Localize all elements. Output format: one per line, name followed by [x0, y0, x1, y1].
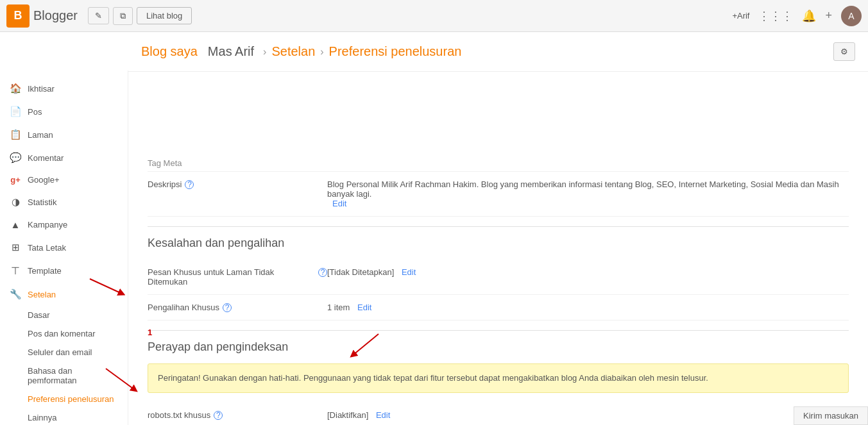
- sidebar-label-setelan: Setelan: [28, 290, 56, 299]
- setelan-link[interactable]: Setelan: [271, 44, 315, 59]
- annotation-1: 1: [148, 328, 152, 337]
- sidebar-label-laman: Laman: [28, 130, 53, 140]
- kirim-masukan-button[interactable]: Kirim masukan: [794, 406, 868, 425]
- pesan-khusus-help-icon[interactable]: ?: [318, 268, 327, 277]
- sidebar-label-tata-letak: Tata Letak: [28, 243, 66, 253]
- kampanye-icon: ▲: [10, 219, 21, 230]
- sidebar-sub-bahasa-pemformatan[interactable]: Bahasa dan pemformatan: [0, 362, 128, 390]
- current-page-label: Preferensi penelusuran: [329, 44, 462, 59]
- statistik-icon: ◑: [10, 196, 21, 208]
- grid-icon[interactable]: ⋮⋮⋮: [758, 9, 793, 23]
- sidebar-item-ikhtisar[interactable]: 🏠 Ikhtisar: [0, 77, 128, 100]
- perayap-section: 1 Perayap dan pengindeksan: [148, 340, 849, 354]
- pos-icon: 📄: [10, 106, 21, 117]
- pengalihan-help-icon[interactable]: ?: [223, 303, 232, 312]
- deskripsi-help-icon[interactable]: ?: [185, 180, 194, 189]
- lihat-blog-button[interactable]: Lihat blog: [137, 7, 192, 24]
- sidebar-item-laman[interactable]: 📋 Laman: [0, 123, 128, 146]
- pengalihan-row: Pengalihan Khusus ? 1 item Edit: [148, 295, 849, 321]
- deskripsi-label-text: Deskripsi: [148, 179, 182, 189]
- robots-text: [Diaktifkan]: [327, 410, 368, 420]
- komentar-icon: 💬: [10, 152, 21, 163]
- sidebar-label-statistik: Statistik: [28, 197, 57, 207]
- divider-2: [148, 330, 849, 331]
- pesan-khusus-text: [Tidak Ditetapkan]: [327, 267, 394, 277]
- sidebar-label-komentar: Komentar: [28, 153, 64, 163]
- sidebar-sub-preferensi-penelusuran[interactable]: Preferensi penelusuran: [0, 390, 128, 408]
- blog-name: Mas Arif: [208, 44, 254, 59]
- deskripsi-edit-link[interactable]: Edit: [332, 199, 346, 208]
- sidebar-item-komentar[interactable]: 💬 Komentar: [0, 146, 128, 169]
- deskripsi-row: Deskripsi ? Blog Personal Milik Arif Rac…: [148, 172, 849, 217]
- pengalihan-edit-link[interactable]: Edit: [357, 303, 371, 312]
- gplus-icon: g+: [10, 175, 21, 185]
- breadcrumb-arrow2: ›: [320, 46, 323, 58]
- pengalihan-text: 1 item: [327, 303, 350, 312]
- perayap-section-title: Perayap dan pengindeksan: [148, 340, 849, 354]
- sidebar-item-pos[interactable]: 📄 Pos: [0, 100, 128, 123]
- avatar[interactable]: A: [841, 6, 862, 26]
- deskripsi-value: Blog Personal Milik Arif Rachman Hakim. …: [327, 179, 849, 208]
- pengalihan-label: Pengalihan Khusus ?: [148, 303, 327, 312]
- navbar: B Blogger ✎ ⧉ Lihat blog +Arif ⋮⋮⋮ 🔔 + A: [0, 0, 868, 32]
- sidebar-label-template: Template: [28, 266, 62, 276]
- laman-icon: 📋: [10, 129, 21, 140]
- plus-icon[interactable]: +: [825, 9, 832, 22]
- sidebar-item-google-plus[interactable]: g+ Google+: [0, 169, 128, 190]
- pengalihan-label-text: Pengalihan Khusus: [148, 303, 219, 312]
- blogger-logo[interactable]: B Blogger: [6, 4, 78, 28]
- pengalihan-value: 1 item Edit: [327, 303, 371, 312]
- breadcrumb: Blog saya Mas Arif › Setelan › Preferens…: [0, 32, 868, 72]
- sidebar-label-google-plus: Google+: [28, 175, 60, 185]
- robots-edit-link[interactable]: Edit: [376, 410, 390, 420]
- sidebar-sub-lainnya[interactable]: Lainnya: [0, 408, 128, 425]
- sidebar-item-setelan[interactable]: 🔧 Setelan: [0, 283, 128, 306]
- bell-icon[interactable]: 🔔: [802, 9, 816, 23]
- blog-saya-link[interactable]: Blog saya: [141, 44, 198, 59]
- pesan-khusus-edit-link[interactable]: Edit: [402, 267, 416, 277]
- robots-label: robots.txt khusus ?: [148, 410, 327, 420]
- sidebar-item-template[interactable]: ⊤ Template: [0, 259, 128, 283]
- deskripsi-text: Blog Personal Milik Arif Rachman Hakim. …: [327, 179, 849, 199]
- robots-value: [Diaktifkan] Edit: [327, 410, 390, 420]
- blogger-icon: B: [6, 4, 30, 28]
- navbar-right: +Arif ⋮⋮⋮ 🔔 + A: [732, 6, 862, 26]
- main-content: Tag Meta Deskripsi ? Blog Personal Milik…: [128, 142, 868, 425]
- pesan-khusus-row: Pesan Khusus untuk Laman Tidak Ditemukan…: [148, 260, 849, 295]
- sidebar-sub-dasar[interactable]: Dasar: [0, 306, 128, 324]
- gear-settings-button[interactable]: ⚙: [833, 42, 855, 61]
- robots-help-icon[interactable]: ?: [214, 411, 223, 420]
- sidebar-label-pos: Pos: [28, 107, 42, 117]
- pesan-khusus-value: [Tidak Ditetapkan] Edit: [327, 267, 416, 277]
- home-icon: 🏠: [10, 83, 21, 94]
- sidebar-label-ikhtisar: Ikhtisar: [28, 84, 55, 94]
- setelan-icon: 🔧: [10, 288, 21, 300]
- sidebar-item-kampanye[interactable]: ▲ Kampanye: [0, 213, 128, 236]
- sidebar-item-statistik[interactable]: ◑ Statistik: [0, 190, 128, 213]
- pesan-khusus-label: Pesan Khusus untuk Laman Tidak Ditemukan…: [148, 267, 327, 287]
- edit-button[interactable]: ✎: [88, 7, 109, 24]
- robots-row: robots.txt khusus ? [Diaktifkan] Edit: [148, 403, 849, 426]
- blogger-title: Blogger: [33, 8, 78, 23]
- sidebar-item-tata-letak[interactable]: ⊞ Tata Letak: [0, 236, 128, 259]
- sidebar-sub-seluler-email[interactable]: Seluler dan email: [0, 343, 128, 362]
- layout: 🏠 Ikhtisar 📄 Pos 📋 Laman 💬 Komentar g+ G…: [0, 72, 868, 425]
- copy-button[interactable]: ⧉: [113, 7, 133, 25]
- tag-meta-partial: Tag Meta: [148, 155, 849, 172]
- pesan-khusus-label-text: Pesan Khusus untuk Laman Tidak Ditemukan: [148, 267, 315, 287]
- deskripsi-label: Deskripsi ?: [148, 179, 327, 189]
- divider-1: [148, 226, 849, 227]
- warning-box: Peringatan! Gunakan dengan hati-hati. Pe…: [148, 363, 849, 393]
- kesalahan-section-title: Kesalahan dan pengalihan: [148, 237, 849, 250]
- sidebar-sub-pos-komentar[interactable]: Pos dan komentar: [0, 324, 128, 343]
- tataletak-icon: ⊞: [10, 242, 21, 253]
- sidebar-label-kampanye: Kampanye: [28, 220, 67, 229]
- template-icon: ⊤: [10, 265, 21, 277]
- arif-label[interactable]: +Arif: [732, 11, 749, 21]
- sidebar: 🏠 Ikhtisar 📄 Pos 📋 Laman 💬 Komentar g+ G…: [0, 71, 128, 425]
- breadcrumb-arrow1: ›: [263, 46, 266, 58]
- robots-label-text: robots.txt khusus: [148, 410, 210, 420]
